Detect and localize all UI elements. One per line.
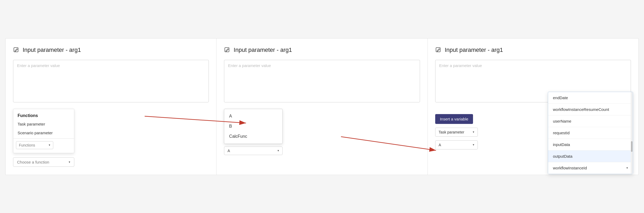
var-item-endDate[interactable]: endDate — [548, 92, 633, 104]
panel-1-title-text: Input parameter - arg1 — [23, 47, 81, 53]
panel3-func-value: A — [439, 143, 441, 147]
caret-down-icon: ▾ — [49, 143, 50, 147]
scrollbar-thumb[interactable] — [631, 141, 633, 152]
functions-select-row: Functions ▾ — [13, 140, 74, 151]
choose-function-button[interactable]: Choose a function ▾ — [13, 157, 74, 167]
panel-3-title: Input parameter - arg1 — [435, 47, 631, 53]
param-textarea-1[interactable] — [13, 60, 209, 102]
menu-item-scenario-parameter[interactable]: Scenario parameter — [13, 128, 74, 137]
choose-function-label: Choose a function — [17, 160, 49, 164]
panel-2-title: Input parameter - arg1 — [224, 47, 420, 53]
functions-select[interactable]: Functions ▾ — [16, 141, 53, 149]
insert-variable-button[interactable]: Insert a variable — [435, 114, 473, 124]
panel2-select-value: A — [227, 149, 230, 153]
var-item-workflowInstanceId-label: workflowInstanceId — [553, 166, 587, 170]
panel2-func-select[interactable]: A ▾ — [224, 147, 283, 155]
panel-3: Input parameter - arg1 Insert a variable… — [428, 38, 639, 175]
panel3-func-select[interactable]: A ▾ — [435, 140, 478, 149]
var-item-requestId[interactable]: requestId — [548, 127, 633, 139]
task-param-select[interactable]: Task parameter ▾ — [435, 128, 478, 137]
panel-1: Input parameter - arg1 Functions Task pa… — [5, 38, 217, 175]
var-item-inputData[interactable]: inputData — [548, 139, 633, 151]
task-param-label: Task parameter — [439, 130, 464, 134]
edit-icon-1 — [13, 47, 19, 53]
var-item-workflowInstanceId[interactable]: workflowInstanceId ▾ — [548, 162, 633, 174]
func-list-popup: A B CalcFunc — [224, 109, 283, 144]
var-item-caret-icon: ▾ — [626, 166, 628, 170]
panel3-func-caret-icon: ▾ — [473, 143, 474, 147]
panel2-select-row: A ▾ — [224, 147, 420, 155]
functions-select-label: Functions — [19, 143, 35, 147]
var-item-userName[interactable]: userName — [548, 115, 633, 127]
func-item-B[interactable]: B — [224, 121, 282, 131]
panel-1-title: Input parameter - arg1 — [13, 47, 209, 53]
dropdown-divider — [13, 138, 74, 139]
var-item-workflowInstanceResumeCount[interactable]: workflowInstanceResumeCount — [548, 104, 633, 115]
var-list-popup: endDate workflowInstanceResumeCount user… — [548, 92, 633, 174]
func-item-A[interactable]: A — [224, 111, 282, 121]
panel-2-title-text: Input parameter - arg1 — [234, 47, 292, 53]
func-item-CalcFunc[interactable]: CalcFunc — [224, 131, 282, 141]
task-param-caret-icon: ▾ — [473, 130, 474, 134]
panel-3-title-text: Input parameter - arg1 — [445, 47, 503, 53]
menu-item-task-parameter[interactable]: Task parameter — [13, 120, 74, 128]
edit-icon-3 — [435, 47, 442, 53]
choose-function-row: Choose a function ▾ — [13, 157, 209, 167]
edit-icon-2 — [224, 47, 230, 53]
var-item-outputData[interactable]: outputData — [548, 151, 633, 162]
dropdown-title: Functions — [13, 111, 74, 120]
panel-2: Input parameter - arg1 A B CalcFunc A ▾ — [217, 38, 427, 175]
panel2-caret-icon: ▾ — [278, 149, 279, 152]
choose-function-caret-icon: ▾ — [69, 160, 70, 164]
param-textarea-2[interactable] — [224, 60, 420, 102]
dropdown-menu-1: Functions Task parameter Scenario parame… — [13, 109, 74, 153]
scrollbar-track[interactable] — [631, 92, 633, 174]
